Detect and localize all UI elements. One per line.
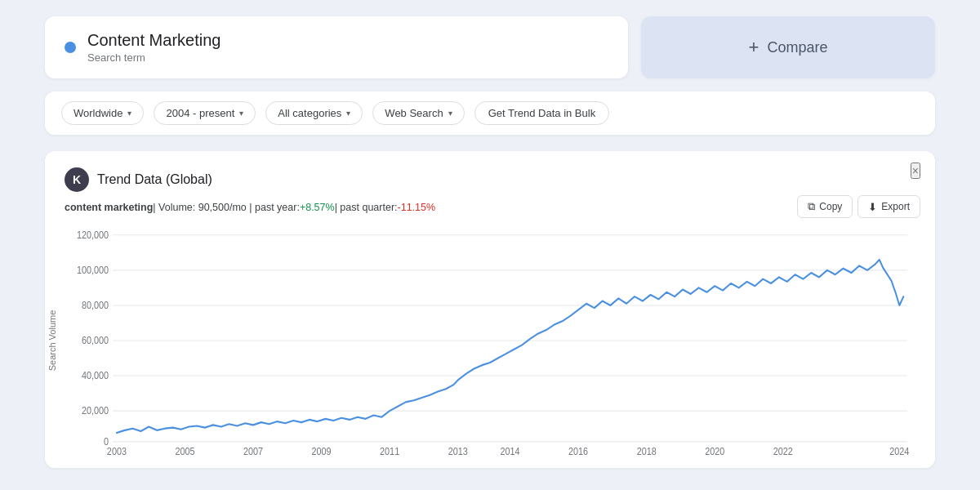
svg-text:2018: 2018	[637, 447, 657, 457]
export-button[interactable]: ⬇ Export	[858, 195, 920, 218]
k-logo-icon: K	[65, 167, 89, 192]
close-button[interactable]: ×	[911, 163, 920, 179]
svg-text:100,000: 100,000	[77, 265, 109, 276]
plus-icon: +	[749, 38, 760, 56]
svg-text:2007: 2007	[243, 447, 263, 457]
export-icon: ⬇	[868, 201, 877, 213]
chart-area: Search Volume 120,000 100,000 80,000 60,…	[65, 226, 915, 455]
svg-text:2011: 2011	[380, 447, 399, 457]
trend-chart: 120,000 100,000 80,000 60,000 40,000 20,…	[65, 226, 915, 455]
category-chevron-icon: ▾	[346, 109, 350, 118]
bulk-button[interactable]: Get Trend Data in Bulk	[474, 101, 610, 125]
location-chevron-icon: ▾	[127, 109, 131, 118]
copy-icon: ⧉	[808, 200, 815, 213]
search-type-chevron-icon: ▾	[448, 109, 452, 118]
svg-text:2022: 2022	[773, 447, 793, 457]
chart-past-quarter: -11.15%	[398, 202, 436, 213]
chart-keyword: content marketing	[65, 202, 153, 213]
chart-past-year: +8.57%	[300, 202, 335, 213]
location-filter[interactable]: Worldwide ▾	[61, 101, 144, 125]
export-label: Export	[881, 201, 910, 212]
y-axis-label: Search Volume	[47, 310, 57, 372]
chart-meta: content marketing | Volume: 90,500/mo | …	[65, 202, 915, 213]
term-name: Content Marketing	[87, 31, 220, 50]
svg-text:2016: 2016	[568, 447, 588, 457]
category-filter[interactable]: All categories ▾	[265, 101, 363, 125]
category-label: All categories	[278, 107, 341, 119]
svg-text:40,000: 40,000	[82, 371, 109, 381]
search-term-text: Content Marketing Search term	[87, 31, 220, 64]
search-type-filter[interactable]: Web Search ▾	[372, 101, 464, 125]
svg-text:80,000: 80,000	[82, 301, 109, 311]
svg-text:2003: 2003	[107, 447, 127, 457]
svg-text:2014: 2014	[501, 447, 520, 457]
svg-text:2005: 2005	[175, 447, 194, 457]
svg-text:2013: 2013	[448, 447, 468, 457]
filter-row: Worldwide ▾ 2004 - present ▾ All categor…	[45, 91, 935, 135]
search-term-card: Content Marketing Search term	[45, 16, 628, 78]
svg-text:2020: 2020	[705, 447, 724, 457]
chart-actions: ⧉ Copy ⬇ Export	[797, 195, 920, 218]
search-type-label: Web Search	[385, 107, 443, 119]
svg-text:60,000: 60,000	[82, 336, 109, 346]
svg-text:20,000: 20,000	[82, 406, 109, 416]
date-chevron-icon: ▾	[239, 109, 243, 118]
copy-label: Copy	[819, 201, 842, 212]
term-label: Search term	[87, 51, 220, 64]
search-term-dot	[65, 42, 76, 53]
chart-volume-text: | Volume: 90,500/mo | past year:	[153, 202, 300, 213]
chart-title: Trend Data (Global)	[97, 172, 212, 187]
date-filter[interactable]: 2004 - present ▾	[154, 101, 256, 125]
chart-card: K Trend Data (Global) × content marketin…	[45, 151, 935, 468]
svg-text:2009: 2009	[312, 447, 332, 457]
svg-text:2024: 2024	[889, 447, 909, 457]
svg-text:120,000: 120,000	[77, 230, 109, 241]
svg-text:0: 0	[104, 437, 109, 448]
chart-header: K Trend Data (Global)	[65, 167, 915, 192]
chart-past-quarter-prefix: | past quarter:	[335, 202, 398, 213]
date-label: 2004 - present	[166, 107, 234, 119]
location-label: Worldwide	[74, 107, 122, 119]
copy-button[interactable]: ⧉ Copy	[797, 195, 853, 218]
compare-card[interactable]: + Compare	[641, 16, 935, 78]
compare-label: Compare	[767, 39, 827, 56]
